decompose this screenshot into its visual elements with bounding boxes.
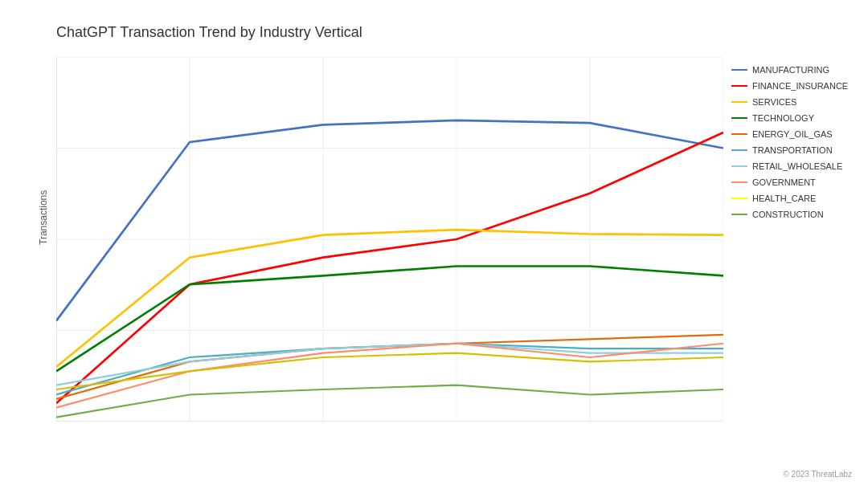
legend-label: HEALTH_CARE xyxy=(752,194,816,203)
manufacturing-line xyxy=(56,120,723,321)
legend-color-swatch xyxy=(731,198,747,199)
legend-item: TECHNOLOGY xyxy=(731,113,852,123)
legend-label: ENERGY_OIL_GAS xyxy=(752,129,833,139)
legend-label: MANUFACTURING xyxy=(752,65,829,75)
legend-item: SERVICES xyxy=(731,97,852,107)
legend-label: RETAIL_WHOLESALE xyxy=(752,161,842,171)
legend-label: GOVERNMENT xyxy=(752,177,816,187)
copyright: © 2023 ThreatLabz xyxy=(783,470,852,479)
legend-item: ENERGY_OIL_GAS xyxy=(731,129,852,139)
legend-label: FINANCE_INSURANCE xyxy=(752,81,848,91)
legend-item: CONSTRUCTION xyxy=(731,210,852,219)
legend-color-swatch xyxy=(731,165,747,167)
legend-item: TRANSPORTATION xyxy=(731,145,852,155)
chart-area: Transactions 0M 20M 40M 60M 80M May Jun xyxy=(56,57,852,422)
legend-item: HEALTH_CARE xyxy=(731,194,852,203)
legend-color-swatch xyxy=(731,149,747,151)
legend-color-swatch xyxy=(731,133,747,135)
legend-color-swatch xyxy=(731,69,747,71)
legend-item: FINANCE_INSURANCE xyxy=(731,81,852,91)
legend-label: SERVICES xyxy=(752,97,796,107)
legend-color-swatch xyxy=(731,181,747,183)
y-axis-label: Transactions xyxy=(38,190,49,245)
legend-color-swatch xyxy=(731,117,747,119)
legend-item: GOVERNMENT xyxy=(731,177,852,187)
line-chart: 0M 20M 40M 60M 80M May Jun Jul Aug xyxy=(56,57,723,422)
legend-label: TRANSPORTATION xyxy=(752,145,833,155)
chart-title: ChatGPT Transaction Trend by Industry Ve… xyxy=(56,24,852,41)
legend-color-swatch xyxy=(731,214,747,215)
legend-color-swatch xyxy=(731,101,747,103)
legend-item: RETAIL_WHOLESALE xyxy=(731,161,852,171)
legend: MANUFACTURINGFINANCE_INSURANCESERVICESTE… xyxy=(723,57,852,422)
chart-container: ChatGPT Transaction Trend by Industry Ve… xyxy=(0,0,868,485)
construction-line xyxy=(56,385,723,418)
retail-wholesale-line xyxy=(56,344,723,385)
legend-label: TECHNOLOGY xyxy=(752,113,814,123)
legend-color-swatch xyxy=(731,85,747,87)
legend-item: MANUFACTURING xyxy=(731,65,852,75)
legend-label: CONSTRUCTION xyxy=(752,210,824,219)
